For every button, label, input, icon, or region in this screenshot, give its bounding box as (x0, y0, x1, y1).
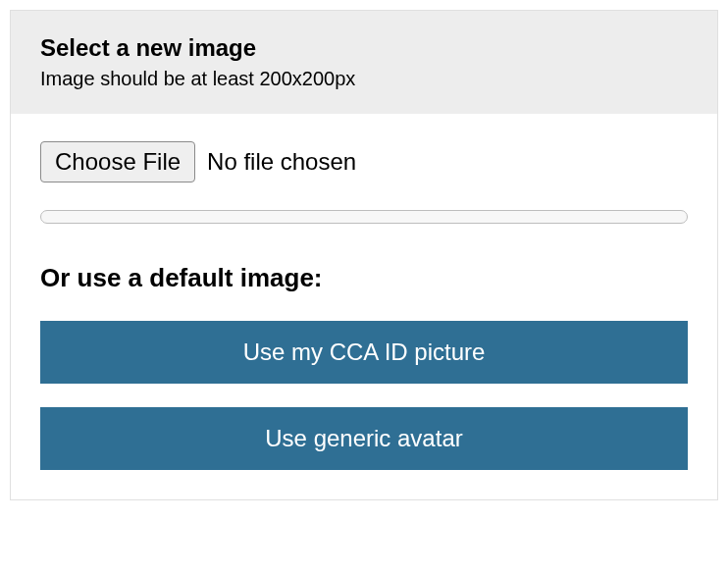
panel-header: Select a new image Image should be at le… (11, 11, 717, 114)
panel-body: Choose File No file chosen Or use a defa… (11, 114, 717, 499)
file-status-text: No file chosen (207, 148, 356, 176)
use-generic-avatar-button[interactable]: Use generic avatar (40, 407, 688, 470)
select-image-panel: Select a new image Image should be at le… (10, 10, 718, 500)
panel-title: Select a new image (40, 34, 688, 62)
use-cca-id-button[interactable]: Use my CCA ID picture (40, 321, 688, 384)
choose-file-button[interactable]: Choose File (40, 141, 195, 182)
default-image-heading: Or use a default image: (40, 263, 688, 293)
file-picker-row: Choose File No file chosen (40, 141, 688, 182)
upload-progress-bar (40, 210, 688, 224)
panel-subtitle: Image should be at least 200x200px (40, 68, 688, 90)
